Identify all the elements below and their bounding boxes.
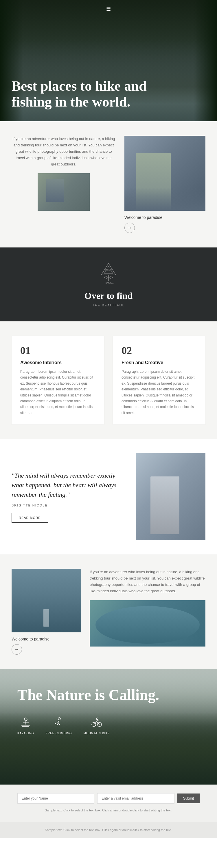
pool-photo xyxy=(90,600,206,647)
activity-climbing: FREE CLIMBING xyxy=(46,715,72,735)
read-more-button[interactable]: READ MORE xyxy=(11,513,48,523)
svg-point-23 xyxy=(96,718,98,720)
bike-icon xyxy=(89,715,104,730)
features-section: 01 Awesome Interiors Paragraph. Lorem ip… xyxy=(0,321,217,439)
form-note: Sample text. Click to select the text bo… xyxy=(17,808,200,813)
feature-card-1: 01 Awesome Interiors Paragraph. Lorem ip… xyxy=(11,336,104,425)
footer-note-text: Sample text. Click to select the text bo… xyxy=(17,828,200,833)
feature-number-1: 01 xyxy=(20,344,96,356)
feature-text-2: Paragraph. Lorem ipsum dolor sit amet, c… xyxy=(121,369,197,416)
nature-title: The Nature is Calling. xyxy=(17,686,200,704)
paradise-label: Welcome to paradise xyxy=(125,215,206,220)
welcome-small-image xyxy=(37,173,90,211)
submit-button[interactable]: Submit xyxy=(178,794,200,803)
welcome-section: If you're an adventurer who loves being … xyxy=(0,121,217,247)
natural-logo: NATURAL GET AWAY xyxy=(97,262,120,286)
email-input[interactable] xyxy=(97,793,174,804)
svg-line-11 xyxy=(58,720,59,723)
svg-line-13 xyxy=(57,723,58,726)
welcome2-left: Welcome to paradise → xyxy=(11,569,81,655)
arrow-button[interactable]: → xyxy=(125,223,135,233)
welcome2-paradise-label: Welcome to paradise xyxy=(11,637,81,641)
quote-left: "The mind will always remember exactly w… xyxy=(11,471,127,523)
lake-photo xyxy=(11,569,81,632)
nature-content: The Nature is Calling. KAYAKING xyxy=(0,669,217,758)
welcome2-arrow-button[interactable]: → xyxy=(11,644,22,655)
svg-line-19 xyxy=(94,722,97,724)
nature-section: The Nature is Calling. KAYAKING xyxy=(0,669,217,784)
svg-text:NATURAL: NATURAL xyxy=(106,282,114,284)
kayaking-icon xyxy=(19,715,33,730)
svg-point-16 xyxy=(55,723,56,724)
name-input[interactable] xyxy=(17,793,94,804)
svg-text:GET AWAY: GET AWAY xyxy=(105,269,113,271)
welcome-left: If you're an adventurer who loves being … xyxy=(11,136,116,211)
feature-text-1: Paragraph. Lorem ipsum dolor sit amet, c… xyxy=(20,369,96,416)
quote-section: "The mind will always remember exactly w… xyxy=(0,439,217,554)
welcome-text: If you're an adventurer who loves being … xyxy=(11,136,116,167)
rocks-overlay xyxy=(125,188,206,211)
welcome-right: Welcome to paradise → xyxy=(125,136,206,233)
climbing-icon xyxy=(52,715,66,730)
form-row: Submit xyxy=(17,793,200,804)
person-photo xyxy=(125,136,206,211)
menu-icon[interactable]: ☰ xyxy=(106,6,111,12)
svg-line-14 xyxy=(58,723,60,725)
woman-photo xyxy=(136,453,206,540)
feature-title-1: Awesome Interiors xyxy=(20,360,96,365)
activities-row: KAYAKING FREE CLIMBING xyxy=(17,715,200,735)
welcome2-section: Welcome to paradise → If you're an adven… xyxy=(0,554,217,669)
welcome2-text: If you're an adventurer who loves being … xyxy=(90,569,206,594)
hero-trees-right xyxy=(194,0,217,121)
svg-point-10 xyxy=(58,718,60,720)
footer-section: Sample text. Click to select the text bo… xyxy=(0,822,217,839)
hero-section: ☰ Best places to hike and fishing in the… xyxy=(0,0,217,121)
quote-author: BRIGITTE NICOLE xyxy=(11,504,127,507)
feature-title-2: Fresh and Creative xyxy=(121,360,197,365)
svg-point-5 xyxy=(24,718,27,721)
activity-kayaking: KAYAKING xyxy=(17,715,34,735)
feature-number-2: 02 xyxy=(121,344,197,356)
find-section: NATURAL GET AWAY Over to find THE BEAUTI… xyxy=(0,247,217,321)
activity-bike: MOUNTAIN BIKE xyxy=(83,715,110,735)
quote-right xyxy=(136,453,206,540)
quote-text: "The mind will always remember exactly w… xyxy=(11,471,127,499)
find-subtitle: THE BEAUTIFUL xyxy=(11,304,206,307)
hero-title: Best places to hike and fishing in the w… xyxy=(11,78,162,110)
form-section: Submit Sample text. Click to select the … xyxy=(0,784,217,822)
kayaking-label: KAYAKING xyxy=(17,732,34,735)
climbing-label: FREE CLIMBING xyxy=(46,732,72,735)
bike-label: MOUNTAIN BIKE xyxy=(83,732,110,735)
svg-line-20 xyxy=(97,722,100,724)
feature-card-2: 02 Fresh and Creative Paragraph. Lorem i… xyxy=(113,336,206,425)
welcome2-right: If you're an adventurer who loves being … xyxy=(90,569,206,646)
find-title: Over to find xyxy=(11,290,206,301)
